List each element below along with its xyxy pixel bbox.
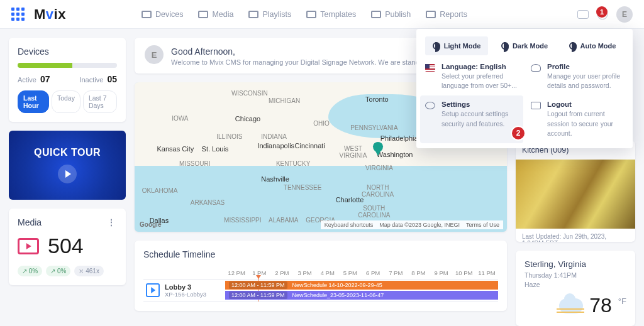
more-icon[interactable]: ⋮ [107, 217, 117, 227]
axis-hour: 5 PM [339, 267, 362, 279]
map-pin-teal[interactable] [373, 142, 383, 156]
weather-icon [559, 298, 583, 313]
quick-tour-title: QUICK TOUR [15, 147, 119, 158]
media-count-icon [18, 238, 39, 254]
row-device-sub: XP-156-Lobby3 [165, 291, 206, 298]
menu-language-title: Language: English [441, 63, 518, 70]
axis-hour: 4 PM [316, 267, 339, 279]
nav-devices-label: Devices [155, 10, 183, 19]
devices-segment: Last Hour Today Last 7 Days [18, 90, 117, 113]
schedule-axis: 12 PM 1 PM 2 PM 3 PM 4 PM 5 PM 6 PM 7 PM… [143, 267, 498, 280]
auto-mode-icon [569, 42, 577, 50]
mode-light[interactable]: Light Mode [425, 36, 488, 55]
menu-settings-desc: Setup account settings security and feat… [441, 109, 518, 128]
quick-tour-card[interactable]: QUICK TOUR [9, 131, 126, 200]
nav-publish[interactable]: Publish [371, 10, 411, 19]
schedule-card: Schedule Timeline 12 PM 1 PM 2 PM 3 PM 4… [135, 241, 507, 311]
flag-icon [425, 64, 435, 72]
devices-inactive: Inactive 05 [79, 74, 117, 84]
map-label: ARKANSAS [191, 199, 225, 206]
schedule-bar-2[interactable]: 12:00 AM - 11:59 PMNewSchedule_23-05-202… [225, 291, 498, 300]
schedule-title: Schedule Timeline [143, 249, 498, 259]
axis-hour: 10 PM [453, 267, 475, 279]
user-dropdown: Light Mode Dark Mode Auto Mode Language:… [416, 29, 633, 148]
map-label: INDIANA [261, 133, 287, 140]
axis-hour: 8 PM [407, 267, 430, 279]
axis-hour: 9 PM [430, 267, 453, 279]
media-pill-3: ⤫ 461x [74, 266, 103, 276]
nav-reports[interactable]: Reports [426, 10, 467, 19]
device-preview-card[interactable]: Kitchen (009) Last Updated: Jun 29th, 20… [516, 141, 635, 242]
nav-playlists[interactable]: Playlists [248, 10, 291, 19]
row-device-name: Lobby 3 [165, 283, 206, 291]
devices-title: Devices [18, 46, 49, 57]
nav-media[interactable]: Media [198, 10, 233, 19]
map-keyboard-shortcuts[interactable]: Keyboard shortcuts [325, 222, 374, 228]
weather-city: Sterling, Virginia [525, 259, 626, 269]
devices-card: Devices Active 07 Inactive 05 Last Hour … [9, 38, 126, 122]
devices-icon [142, 11, 152, 18]
media-card: Media⋮ 504 ↗ 0% ↗ 0% ⤫ 461x [9, 209, 126, 285]
device-icon [146, 283, 160, 297]
logo[interactable]: Mvix [34, 6, 66, 23]
seg-today[interactable]: Today [52, 90, 80, 113]
media-pill-2: ↗ 0% [46, 266, 70, 276]
menu-logout-desc: Logout from current session to secure yo… [547, 109, 624, 138]
map-label: Indianapolis [257, 142, 294, 149]
map-label: WEST VIRGINIA [340, 145, 367, 159]
chat-icon[interactable] [577, 10, 589, 19]
playlists-icon [248, 11, 258, 18]
map-label: Charlotte [336, 196, 364, 204]
nav-playlists-label: Playlists [262, 10, 291, 19]
gear-icon [425, 102, 435, 109]
map-label: OHIO [313, 120, 330, 127]
media-title: Media [18, 217, 42, 227]
menu-language[interactable]: Language: EnglishSelect your preferred l… [425, 63, 518, 90]
menu-settings[interactable]: SettingsSetup account settings security … [420, 95, 523, 143]
axis-hour: 7 PM [384, 267, 407, 279]
map-label: MICHIGAN [269, 97, 300, 104]
device-preview-image [516, 160, 635, 229]
callout-badge-2: 2 [512, 127, 525, 139]
greeting-avatar: E [145, 45, 164, 64]
menu-language-desc: Select your preferred language from over… [441, 72, 518, 90]
axis-hour: 2 PM [270, 267, 293, 279]
templates-icon [306, 11, 316, 18]
map-label: Cincinnati [295, 142, 325, 149]
map-data-attr: Map data ©2023 Google, INEGI [379, 222, 460, 228]
map-label: Toronto [365, 95, 389, 103]
map-label: OKLAHOMA [142, 187, 178, 194]
menu-logout-title: Logout [547, 101, 624, 108]
nav-devices[interactable]: Devices [142, 10, 183, 19]
mode-dark[interactable]: Dark Mode [493, 36, 556, 55]
axis-hour: 12 PM [225, 267, 248, 279]
apps-icon[interactable] [11, 8, 25, 21]
play-icon [58, 165, 77, 183]
nav-publish-label: Publish [385, 10, 411, 19]
schedule-bar-1[interactable]: 12:00 AM - 11:59 PMNewSchedule 14-10-202… [225, 281, 498, 290]
map-label: TENNESSEE [284, 184, 322, 191]
media-icon [198, 11, 208, 18]
main-nav: Devices Media Playlists Templates Publis… [142, 10, 467, 19]
schedule-row[interactable]: Lobby 3 XP-156-Lobby3 12:00 AM - 11:59 P… [143, 280, 498, 302]
weather-temp: 78 [589, 294, 612, 317]
map-label: MISSISSIPPI [224, 217, 261, 224]
seg-7days[interactable]: Last 7 Days [83, 90, 117, 113]
axis-hour: 6 PM [362, 267, 384, 279]
weather-condition: Haze [525, 281, 540, 288]
map-label: IOWA [172, 115, 188, 122]
user-avatar[interactable]: E [616, 6, 633, 23]
map-label: ILLINOIS [216, 133, 242, 140]
axis-hour: 3 PM [294, 267, 316, 279]
map-terms[interactable]: Terms of Use [466, 222, 499, 228]
menu-logout[interactable]: LogoutLogout from current session to sec… [531, 101, 624, 138]
map-label: WISCONSIN [231, 90, 268, 97]
notification-badge: 1 [596, 6, 608, 18]
nav-templates[interactable]: Templates [306, 10, 356, 19]
google-logo: Google [140, 221, 161, 228]
menu-profile[interactable]: ProfileManage your user profile details … [531, 63, 624, 90]
media-count: 504 [48, 234, 84, 258]
nav-media-label: Media [212, 10, 233, 19]
seg-last-hour[interactable]: Last Hour [18, 90, 49, 113]
mode-auto[interactable]: Auto Mode [561, 36, 624, 55]
